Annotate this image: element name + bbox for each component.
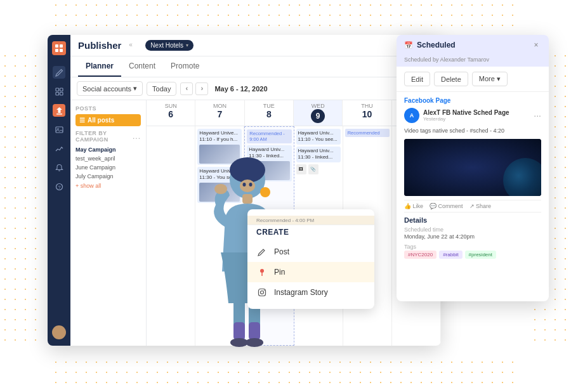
fb-page-name: AlexT FB Native Sched Page <box>423 109 509 116</box>
svg-point-15 <box>261 291 264 294</box>
dot-decoration-bottom <box>51 357 520 392</box>
day-num-mon: 7 <box>197 109 242 119</box>
all-posts-label: All posts <box>88 117 114 124</box>
svg-point-27 <box>246 338 263 347</box>
filter-header: FILTER BY CAMPAIGN ... <box>75 130 141 143</box>
sidebar-icon-grid[interactable] <box>53 85 65 98</box>
recommended-badge-thu: Recommended <box>345 129 390 137</box>
edit-button[interactable]: Edit <box>404 72 430 86</box>
social-accounts-button[interactable]: Social accounts ▾ <box>77 81 143 96</box>
sidebar-icon-bell[interactable] <box>53 161 65 174</box>
svg-rect-9 <box>56 127 63 133</box>
details-title: Details <box>404 216 541 224</box>
cal-header-wed: WED 9 <box>294 100 343 126</box>
campaign-test[interactable]: test_week_april <box>75 154 141 163</box>
create-instagram-label: Instagram Story <box>274 288 328 297</box>
tab-planner[interactable]: Planner <box>78 56 121 77</box>
sidebar-icon-help[interactable]: ? <box>53 180 65 193</box>
campaign-june[interactable]: June Campaign <box>75 163 141 172</box>
scheduled-panel: 📅 Scheduled × Scheduled by Alexander Tam… <box>397 35 549 301</box>
create-pin-item[interactable]: Pin <box>247 262 374 282</box>
svg-point-29 <box>243 183 246 186</box>
comment-button[interactable]: 💬 Comment <box>430 203 463 209</box>
day-name-sun: SUN <box>165 103 177 109</box>
details-section: Details Scheduled time Monday, June 22 a… <box>404 216 541 259</box>
event-text-wed-1: Hayward Univ... 11:10 - You see... <box>298 130 339 143</box>
fb-actions: 👍 Like 💬 Comment ↗ Share <box>404 200 541 212</box>
scheduled-time-label: Scheduled time <box>404 226 541 233</box>
filter-options-button[interactable]: ... <box>133 132 141 141</box>
sched-close-button[interactable]: × <box>531 40 541 50</box>
sidebar-icon-chart[interactable] <box>53 142 65 155</box>
calendar-icon: 📅 <box>404 41 413 49</box>
svg-rect-3 <box>60 49 63 52</box>
svg-rect-24 <box>233 322 245 340</box>
show-all-link[interactable]: + show all <box>75 183 141 189</box>
dropdown-time-tag: Recommended - 4:00 PM <box>247 216 374 225</box>
fb-post-caption: Video tags native sched - #sched - 4:20 <box>404 127 541 135</box>
prev-week-button[interactable]: ‹ <box>180 82 193 95</box>
user-avatar[interactable] <box>52 325 66 339</box>
hotel-selector[interactable]: Next Hotels ▾ <box>145 40 194 51</box>
svg-rect-6 <box>56 92 59 95</box>
fb-page-sub: Yesterday <box>423 116 509 122</box>
more-button[interactable]: More ▾ <box>472 72 508 86</box>
cal-event-wed-1[interactable]: Hayward Univ... 11:10 - You see... <box>296 129 341 145</box>
svg-point-18 <box>230 157 265 183</box>
svg-rect-8 <box>56 114 62 115</box>
fb-post-header: A AlexT FB Native Sched Page Yesterday ·… <box>404 108 541 123</box>
campaign-july[interactable]: July Campaign <box>75 172 141 181</box>
fb-page-avatar: A <box>404 108 419 123</box>
tab-content[interactable]: Content <box>121 56 163 77</box>
dot-decoration-left <box>0 51 41 341</box>
collapse-button[interactable]: « <box>129 41 138 50</box>
recommended-time-label: Recommended - 4:00 PM <box>256 218 314 223</box>
scheduled-time-value: Monday, June 22 at 4:20pm <box>404 233 541 240</box>
cal-header-mon: MON 7 <box>195 100 244 126</box>
svg-point-16 <box>264 290 265 291</box>
svg-point-28 <box>240 180 255 192</box>
left-panel: POSTS ☰ All posts FILTER BY CAMPAIGN ...… <box>70 100 147 346</box>
svg-point-19 <box>260 187 270 197</box>
app-logo[interactable] <box>52 41 66 55</box>
day-num-sun: 6 <box>148 109 194 119</box>
next-week-button[interactable]: › <box>195 82 208 95</box>
tab-promote[interactable]: Promote <box>163 56 207 77</box>
day-name-wed: WED <box>312 103 325 109</box>
create-post-label: Post <box>274 247 289 256</box>
day-num-wed: 9 <box>311 109 325 123</box>
app-header: Publisher « Next Hotels ▾ <box>70 35 441 56</box>
sidebar-icon-publish[interactable] <box>53 104 65 117</box>
date-navigation: ‹ › <box>180 82 208 95</box>
sidebar-icon-edit[interactable] <box>53 66 65 79</box>
like-button[interactable]: 👍 Like <box>404 203 423 209</box>
fb-more-button[interactable]: ··· <box>534 110 541 121</box>
cal-header-tue: TUE 8 <box>245 100 294 126</box>
all-posts-button[interactable]: ☰ All posts <box>75 114 141 126</box>
post-icon <box>256 246 268 258</box>
day-name-tue: TUE <box>263 103 275 109</box>
create-instagram-item[interactable]: Instagram Story <box>247 282 374 303</box>
calendar-col-sun <box>147 126 195 346</box>
cal-event-wed-2[interactable]: Hayward Univ... 11:30 - linked... <box>296 147 341 162</box>
svg-rect-1 <box>60 44 63 48</box>
delete-button[interactable]: Delete <box>434 72 468 86</box>
sidebar-icon-image[interactable] <box>53 123 65 136</box>
tags-label: Tags <box>404 244 541 250</box>
svg-rect-4 <box>56 88 59 91</box>
wed-icon-row: 🖼 📎 <box>296 164 341 174</box>
svg-rect-0 <box>55 44 58 48</box>
wed-icon-2: 📎 <box>308 164 318 174</box>
today-button[interactable]: Today <box>147 82 176 96</box>
svg-point-26 <box>230 338 248 347</box>
instagram-icon <box>256 287 268 298</box>
share-button[interactable]: ↗ Share <box>469 203 492 209</box>
day-name-thu: THU <box>361 103 373 109</box>
date-range-label: May 6 - 12, 2020 <box>212 85 270 93</box>
filter-title: FILTER BY CAMPAIGN <box>75 130 133 143</box>
fb-video-thumbnail[interactable]: ▶ <box>404 139 541 196</box>
campaign-may[interactable]: May Campaign <box>75 145 141 154</box>
tag-rabbit: #rabbit <box>439 251 462 259</box>
sched-header-left: 📅 Scheduled <box>404 41 456 49</box>
create-post-item[interactable]: Post <box>247 242 374 262</box>
